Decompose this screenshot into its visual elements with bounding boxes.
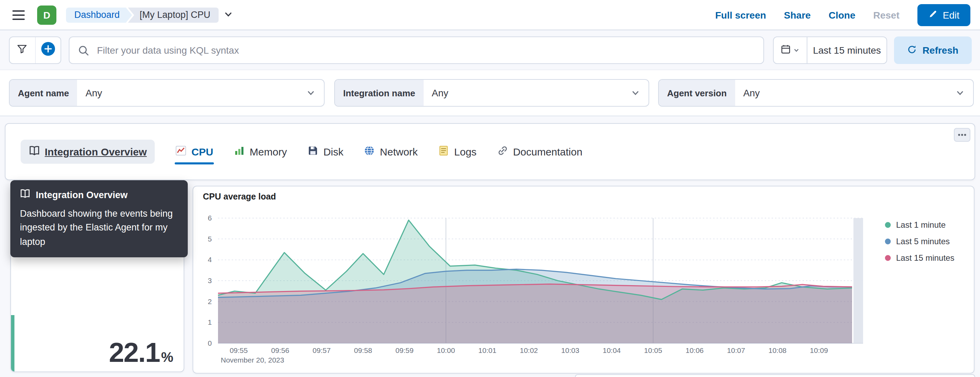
query-bar: Last 15 minutes Refresh [0, 30, 980, 70]
book-icon [20, 189, 30, 202]
tab-integration-overview[interactable]: Integration Overview [21, 140, 155, 164]
tab-documentation[interactable]: Documentation [497, 145, 582, 158]
control-label: Agent name [10, 80, 77, 106]
control-integration-name: Integration name Any [334, 79, 649, 107]
calendar-icon [781, 44, 791, 57]
refresh-icon [907, 45, 917, 56]
tab-logs[interactable]: Logs [438, 145, 477, 158]
svg-text:4: 4 [208, 256, 212, 264]
tab-cpu[interactable]: CPU [176, 145, 213, 158]
link-icon [497, 145, 508, 158]
refresh-button[interactable]: Refresh [894, 37, 972, 64]
tab-memory[interactable]: Memory [234, 145, 287, 158]
chevron-down-icon[interactable] [224, 10, 233, 22]
breadcrumb: Dashboard [My Laptop] CPU [66, 8, 233, 23]
agent-version-select[interactable]: Any [735, 80, 955, 106]
breadcrumb-dashboard[interactable]: Dashboard [66, 8, 132, 23]
boxes-horizontal-icon [957, 130, 967, 140]
svg-text:10:07: 10:07 [727, 347, 745, 354]
svg-text:November 20, 2023: November 20, 2023 [221, 356, 284, 364]
svg-text:2: 2 [208, 297, 212, 305]
chevron-down-icon [631, 80, 649, 106]
svg-text:10:01: 10:01 [478, 347, 496, 354]
svg-text:5: 5 [208, 235, 212, 243]
links-panel: Integration Overview CPU Memory Disk [5, 123, 975, 180]
full-screen-link[interactable]: Full screen [715, 10, 766, 21]
clone-link[interactable]: Clone [829, 10, 856, 21]
control-agent-name: Agent name Any [9, 79, 325, 107]
next-panel-edge [575, 374, 975, 377]
tab-disk[interactable]: Disk [307, 145, 343, 158]
svg-text:09:58: 09:58 [354, 347, 372, 354]
chevron-down-icon [955, 80, 973, 106]
cpu-average-load-chart: 012345609:5509:5609:5709:5809:5910:0010:… [193, 206, 881, 365]
integration-name-select[interactable]: Any [424, 80, 631, 106]
legend-item[interactable]: Last 1 minute [885, 217, 954, 233]
book-icon [29, 145, 40, 158]
svg-text:10:02: 10:02 [520, 347, 538, 354]
svg-text:10:05: 10:05 [644, 347, 662, 354]
chart-legend: Last 1 minute Last 5 minutes Last 15 min… [885, 217, 954, 266]
agent-name-select[interactable]: Any [77, 80, 306, 106]
svg-text:0: 0 [208, 339, 212, 347]
chevron-down-icon [793, 44, 800, 56]
panel-options-button[interactable] [954, 128, 970, 142]
floppy-disk-icon [307, 145, 318, 158]
tooltip-title: Integration Overview [36, 190, 127, 200]
reset-link[interactable]: Reset [873, 10, 899, 21]
chevron-down-icon [306, 80, 324, 106]
tooltip-body: Dashboard showing the events being inges… [20, 207, 178, 249]
svg-text:10:00: 10:00 [437, 347, 455, 354]
metric-value: 22.1 % [109, 337, 173, 368]
time-range-display[interactable]: Last 15 minutes [807, 37, 886, 63]
plus-circle-icon [41, 41, 56, 59]
edit-button[interactable]: Edit [917, 4, 970, 26]
chart-title: CPU average load [203, 192, 276, 202]
svg-text:1: 1 [208, 318, 212, 326]
funnel-icon [17, 43, 28, 57]
svg-text:6: 6 [208, 214, 212, 222]
svg-text:10:09: 10:09 [810, 347, 828, 354]
bar-chart-icon [234, 145, 245, 158]
tab-network[interactable]: Network [364, 145, 418, 158]
notepad-icon [438, 145, 449, 158]
svg-text:3: 3 [208, 277, 212, 285]
menu-icon[interactable] [13, 10, 25, 20]
svg-text:10:08: 10:08 [768, 347, 787, 354]
svg-text:10:06: 10:06 [686, 347, 704, 354]
legend-item[interactable]: Last 15 minutes [885, 250, 954, 266]
svg-text:09:55: 09:55 [230, 347, 248, 354]
globe-icon [364, 145, 375, 158]
svg-text:09:57: 09:57 [313, 347, 331, 354]
control-label: Agent version [659, 80, 735, 106]
cpu-average-load-panel: CPU average load 012345609:5509:5609:570… [192, 186, 975, 374]
share-link[interactable]: Share [784, 10, 811, 21]
top-navigation-bar: D Dashboard [My Laptop] CPU Full screen … [0, 0, 980, 30]
svg-text:10:03: 10:03 [561, 347, 579, 354]
control-label: Integration name [335, 80, 424, 106]
svg-text:09:59: 09:59 [395, 347, 414, 354]
legend-item[interactable]: Last 5 minutes [885, 233, 954, 250]
link-tooltip: Integration Overview Dashboard showing t… [10, 180, 188, 257]
svg-text:10:04: 10:04 [603, 347, 621, 354]
breadcrumb-current-dashboard[interactable]: [My Laptop] CPU [128, 8, 219, 23]
control-agent-version: Agent version Any [658, 79, 974, 107]
date-quick-select-button[interactable] [774, 37, 807, 63]
filter-button[interactable] [10, 37, 35, 63]
pencil-icon [928, 10, 937, 21]
search-input[interactable] [70, 37, 764, 63]
metric-accent-bar [11, 315, 14, 372]
svg-text:09:56: 09:56 [271, 347, 290, 354]
space-avatar[interactable]: D [37, 5, 56, 25]
dashboard-controls-row: Agent name Any Integration name Any Agen… [0, 70, 980, 116]
add-filter-button[interactable] [35, 37, 60, 63]
line-chart-icon [176, 145, 187, 158]
